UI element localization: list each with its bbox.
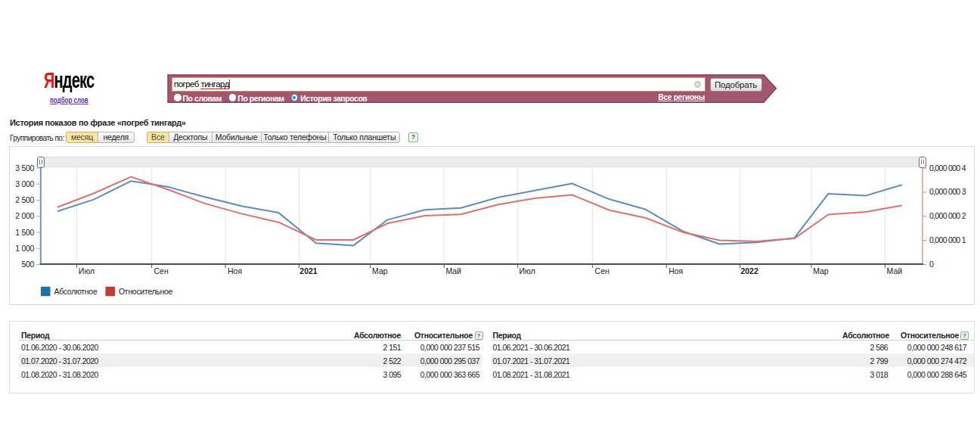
svg-text:2021: 2021 bbox=[299, 266, 318, 275]
svg-text:Июл: Июл bbox=[519, 266, 535, 275]
svg-text:2022: 2022 bbox=[740, 266, 758, 275]
svg-text:Сен: Сен bbox=[154, 266, 168, 275]
svg-text:1 500: 1 500 bbox=[15, 228, 34, 237]
svg-text:Абсолютное: Абсолютное bbox=[54, 287, 98, 296]
svg-text:3 500: 3 500 bbox=[15, 163, 34, 173]
svg-text:Ноя: Ноя bbox=[228, 266, 242, 275]
svg-text:Май: Май bbox=[445, 266, 461, 275]
svg-text:Май: Май bbox=[887, 266, 903, 275]
svg-text:1 000: 1 000 bbox=[15, 244, 34, 253]
svg-text:0,000 000 3: 0,000 000 3 bbox=[929, 187, 966, 196]
svg-text:Сен: Сен bbox=[595, 266, 609, 275]
svg-text:0,000 000 1: 0,000 000 1 bbox=[929, 235, 966, 244]
svg-text:Мар: Мар bbox=[372, 266, 388, 275]
svg-text:0,000 000 4: 0,000 000 4 bbox=[929, 163, 966, 173]
svg-text:3 000: 3 000 bbox=[15, 179, 34, 188]
svg-text:500: 500 bbox=[21, 260, 34, 269]
svg-text:0: 0 bbox=[929, 260, 934, 269]
svg-text:Относительное: Относительное bbox=[119, 287, 173, 296]
svg-text:2 000: 2 000 bbox=[15, 211, 34, 220]
svg-text:2 500: 2 500 bbox=[15, 195, 34, 204]
svg-text:Июл: Июл bbox=[79, 266, 95, 275]
svg-text:Ноя: Ноя bbox=[668, 266, 683, 275]
svg-text:Мар: Мар bbox=[813, 266, 829, 275]
svg-text:0,000 000 2: 0,000 000 2 bbox=[929, 211, 966, 220]
